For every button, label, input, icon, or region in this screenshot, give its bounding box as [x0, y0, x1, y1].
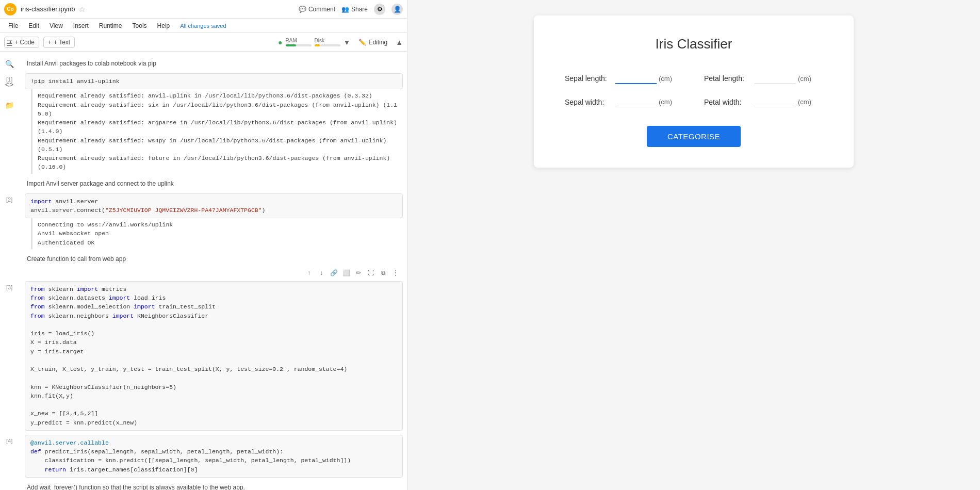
editing-button[interactable]: ✏️ Editing [354, 37, 391, 47]
move-down-button[interactable]: ↓ [316, 268, 326, 278]
section-text-2: Import Anvil server package and connect … [25, 176, 403, 191]
star-icon[interactable]: ☆ [79, 5, 86, 13]
menu-edit[interactable]: Edit [24, 21, 43, 30]
menu-file[interactable]: File [4, 21, 22, 30]
cell-number-1: [1] [6, 76, 12, 83]
cell-2: [2] import anvil.server anvil.server.con… [25, 193, 403, 249]
edit-button[interactable]: ✏ [353, 268, 364, 278]
user-avatar[interactable]: 👤 [391, 4, 403, 15]
share-icon: 👥 [341, 6, 349, 13]
toolbar: + + Code + + Text ● RAM Disk ▼ [0, 33, 407, 52]
disk-indicator: Disk [315, 38, 340, 46]
sepal-width-input-wrapper: (cm) [615, 96, 683, 107]
code-cell-1[interactable]: !pip install anvil-uplink [25, 73, 403, 89]
sidebar-search-icon[interactable]: 🔍 [3, 58, 15, 70]
menu-bar: File Edit View Insert Runtime Tools Help… [0, 19, 407, 33]
cell-menu-button[interactable]: ⬜ [341, 268, 351, 278]
ram-indicator: RAM [286, 38, 312, 46]
app-card: Iris Classifier Sepal length: (cm) Petal… [534, 15, 854, 168]
code-1: !pip install anvil-uplink [30, 77, 397, 86]
petal-length-input-wrapper: (cm) [755, 73, 823, 84]
more-button[interactable]: ⋮ [390, 268, 401, 278]
expand-button[interactable]: ⛶ [366, 268, 376, 278]
output-2: Connecting to wss://anvil.works/uplink A… [31, 218, 403, 249]
section-text-1: Install Anvil packages to colab notebook… [25, 56, 403, 71]
settings-icon[interactable]: ⚙ [374, 4, 385, 15]
comment-icon: 💬 [299, 6, 306, 13]
ram-bar-fill [286, 44, 296, 46]
sepal-length-unit: (cm) [659, 75, 672, 83]
petal-width-unit: (cm) [798, 98, 811, 106]
cell-number-4: [4] [6, 438, 12, 444]
sepal-length-field: Sepal length: (cm) [565, 73, 683, 84]
ram-bar [286, 44, 312, 46]
code-cell-4[interactable]: @anvil.server.callable def predict_iris(… [25, 435, 403, 478]
menu-runtime[interactable]: Runtime [95, 21, 126, 30]
sepal-length-label: Sepal length: [565, 74, 611, 83]
petal-length-field: Petal length: (cm) [704, 73, 823, 84]
menu-help[interactable]: Help [153, 21, 174, 30]
disk-label: Disk [315, 38, 340, 43]
code-cell-3[interactable]: from sklearn import metrics from sklearn… [25, 281, 403, 431]
menu-tools[interactable]: Tools [128, 21, 151, 30]
comment-button[interactable]: 💬 Comment [299, 6, 335, 13]
menu-view[interactable]: View [45, 21, 67, 30]
pencil-icon: ✏️ [358, 39, 366, 46]
sepal-length-input[interactable] [615, 73, 657, 84]
categorise-button[interactable]: CATEGORISE [647, 126, 741, 147]
notebook-title: iris-classifier.ipynb [21, 5, 75, 13]
petal-length-label: Petal length: [704, 74, 750, 83]
sepal-width-field: Sepal width: (cm) [565, 96, 683, 107]
disk-bar-fill [315, 44, 320, 46]
share-button[interactable]: 👥 Share [341, 6, 368, 13]
petal-width-label: Petal width: [704, 98, 750, 106]
add-text-button[interactable]: + + Text [43, 37, 75, 48]
petal-length-unit: (cm) [798, 75, 811, 83]
top-bar-right: 💬 Comment 👥 Share ⚙ 👤 [299, 4, 403, 15]
form-grid: Sepal length: (cm) Petal length: (cm) Se… [565, 73, 823, 107]
plus-text-icon: + [48, 39, 52, 46]
app-panel: Iris Classifier Sepal length: (cm) Petal… [407, 0, 980, 490]
cell-toolbar-3: ↑ ↓ 🔗 ⬜ ✏ ⛶ ⧉ ⋮ [25, 267, 403, 279]
green-dot: ● [278, 38, 282, 46]
move-up-button[interactable]: ↑ [304, 268, 314, 278]
menu-insert[interactable]: Insert [69, 21, 93, 30]
disk-bar [315, 44, 340, 46]
app-title: Iris Classifier [565, 36, 823, 52]
code-cell-2[interactable]: import anvil.server anvil.server.connect… [25, 193, 403, 219]
chevron-up-icon[interactable]: ▲ [396, 38, 403, 46]
petal-length-input[interactable] [755, 73, 796, 84]
section-text-3: Create function to call from web app [25, 251, 403, 267]
notebook-panel: Co iris-classifier.ipynb ☆ 💬 Comment 👥 S… [0, 0, 407, 490]
sepal-width-input[interactable] [615, 96, 657, 107]
save-status: All changes saved [180, 23, 226, 29]
output-1: Requirement already satisfied: anvil-upl… [31, 89, 403, 173]
cell-1: [1] !pip install anvil-uplink Requiremen… [25, 73, 403, 174]
section-text-4: Add wait_forever() function so that the … [25, 480, 403, 490]
sidebar-file-icon[interactable]: 📁 [3, 99, 15, 111]
colab-logo: Co [4, 3, 17, 15]
cell-3: [3] from sklearn import metrics from skl… [25, 281, 403, 431]
cell-number-3: [3] [6, 284, 12, 290]
sidebar: ☰ 🔍 <> 📁 [0, 33, 19, 111]
sepal-width-unit: (cm) [659, 98, 672, 106]
petal-width-input[interactable] [755, 96, 796, 107]
petal-width-input-wrapper: (cm) [755, 96, 823, 107]
sidebar-menu-icon[interactable]: ☰ [3, 37, 15, 50]
cell-4: [4] @anvil.server.callable def predict_i… [25, 435, 403, 478]
expand-icon[interactable]: ▼ [344, 38, 351, 46]
copy-button[interactable]: ⧉ [378, 268, 388, 278]
top-bar: Co iris-classifier.ipynb ☆ 💬 Comment 👥 S… [0, 0, 407, 19]
sepal-length-input-wrapper: (cm) [615, 73, 683, 84]
cell-number-2: [2] [6, 197, 12, 203]
link-button[interactable]: 🔗 [329, 268, 339, 278]
ram-disk-indicator: ● RAM Disk ▼ [278, 38, 350, 46]
notebook-content: Install Anvil packages to colab notebook… [0, 52, 407, 490]
ram-label: RAM [286, 38, 312, 43]
sepal-width-label: Sepal width: [565, 98, 611, 106]
petal-width-field: Petal width: (cm) [704, 96, 823, 107]
